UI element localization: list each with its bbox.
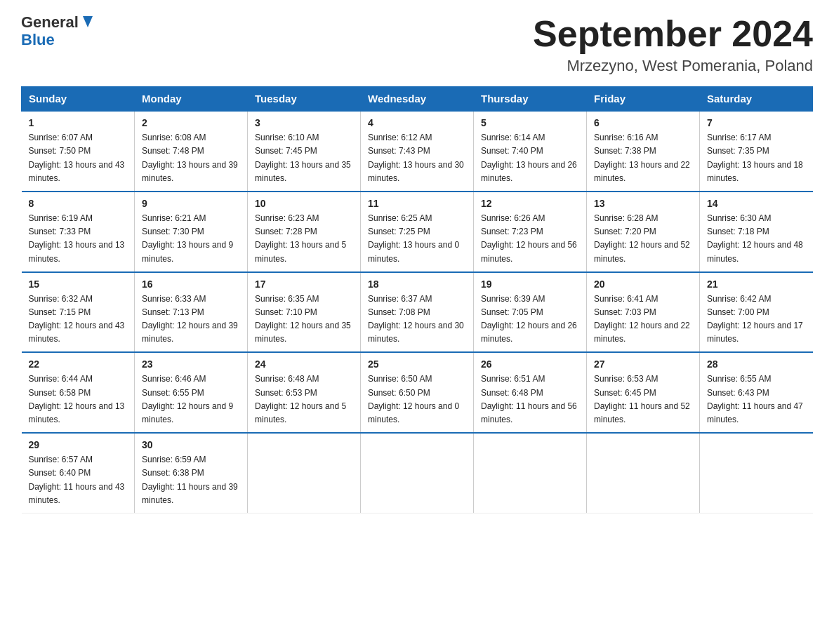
day-number: 11: [368, 198, 466, 209]
calendar-day-cell: 29 Sunrise: 6:57 AM Sunset: 6:40 PM Dayl…: [22, 433, 135, 513]
day-number: 4: [368, 117, 466, 128]
day-number: 10: [255, 198, 353, 209]
day-number: 16: [142, 279, 240, 290]
day-number: 30: [142, 439, 240, 450]
calendar-day-cell: 26 Sunrise: 6:51 AM Sunset: 6:48 PM Dayl…: [474, 352, 587, 433]
svg-marker-0: [83, 16, 93, 27]
calendar-day-cell: 17 Sunrise: 6:35 AM Sunset: 7:10 PM Dayl…: [248, 272, 361, 353]
calendar-day-cell: 15 Sunrise: 6:32 AM Sunset: 7:15 PM Dayl…: [22, 272, 135, 353]
calendar-day-cell: 25 Sunrise: 6:50 AM Sunset: 6:50 PM Dayl…: [361, 352, 474, 433]
day-info: Sunrise: 6:46 AM Sunset: 6:55 PM Dayligh…: [142, 373, 240, 427]
day-info: Sunrise: 6:33 AM Sunset: 7:13 PM Dayligh…: [142, 293, 240, 347]
day-number: 2: [142, 117, 240, 128]
calendar-day-cell: 9 Sunrise: 6:21 AM Sunset: 7:30 PM Dayli…: [135, 192, 248, 272]
day-info: Sunrise: 6:48 AM Sunset: 6:53 PM Dayligh…: [255, 373, 353, 427]
calendar-day-cell: 14 Sunrise: 6:30 AM Sunset: 7:18 PM Dayl…: [700, 192, 813, 272]
calendar-day-cell: 4 Sunrise: 6:12 AM Sunset: 7:43 PM Dayli…: [361, 111, 474, 192]
calendar-day-cell: 18 Sunrise: 6:37 AM Sunset: 7:08 PM Dayl…: [361, 272, 474, 353]
day-info: Sunrise: 6:12 AM Sunset: 7:43 PM Dayligh…: [368, 131, 466, 185]
day-number: 28: [707, 358, 806, 370]
day-info: Sunrise: 6:14 AM Sunset: 7:40 PM Dayligh…: [481, 131, 579, 185]
calendar-week-row: 29 Sunrise: 6:57 AM Sunset: 6:40 PM Dayl…: [22, 433, 813, 513]
calendar-day-cell: [700, 433, 813, 513]
day-number: 25: [368, 358, 466, 370]
day-number: 15: [29, 279, 128, 290]
day-info: Sunrise: 6:17 AM Sunset: 7:35 PM Dayligh…: [707, 131, 806, 185]
calendar-day-cell: 28 Sunrise: 6:55 AM Sunset: 6:43 PM Dayl…: [700, 352, 813, 433]
logo: General Blue: [21, 14, 95, 49]
day-info: Sunrise: 6:32 AM Sunset: 7:15 PM Dayligh…: [29, 293, 128, 347]
day-number: 19: [481, 279, 579, 290]
calendar-day-cell: 8 Sunrise: 6:19 AM Sunset: 7:33 PM Dayli…: [22, 192, 135, 272]
weekday-header-row: SundayMondayTuesdayWednesdayThursdayFrid…: [22, 87, 813, 112]
page-header: General Blue September 2024 Mrzezyno, We…: [21, 14, 813, 75]
day-number: 29: [29, 439, 128, 450]
weekday-header-sunday: Sunday: [22, 87, 135, 112]
weekday-header-saturday: Saturday: [700, 87, 813, 112]
day-number: 23: [142, 358, 240, 370]
day-info: Sunrise: 6:07 AM Sunset: 7:50 PM Dayligh…: [29, 131, 128, 185]
day-info: Sunrise: 6:35 AM Sunset: 7:10 PM Dayligh…: [255, 293, 353, 347]
day-number: 9: [142, 198, 240, 209]
location-title: Mrzezyno, West Pomerania, Poland: [533, 57, 813, 75]
calendar-day-cell: [361, 433, 474, 513]
calendar-day-cell: 16 Sunrise: 6:33 AM Sunset: 7:13 PM Dayl…: [135, 272, 248, 353]
weekday-header-monday: Monday: [135, 87, 248, 112]
day-number: 20: [594, 279, 692, 290]
day-info: Sunrise: 6:19 AM Sunset: 7:33 PM Dayligh…: [29, 212, 128, 266]
month-title: September 2024: [533, 14, 813, 54]
day-number: 17: [255, 279, 353, 290]
calendar-day-cell: 30 Sunrise: 6:59 AM Sunset: 6:38 PM Dayl…: [135, 433, 248, 513]
day-info: Sunrise: 6:16 AM Sunset: 7:38 PM Dayligh…: [594, 131, 692, 185]
day-number: 5: [481, 117, 579, 128]
day-number: 7: [707, 117, 806, 128]
day-info: Sunrise: 6:30 AM Sunset: 7:18 PM Dayligh…: [707, 212, 806, 266]
calendar-day-cell: 11 Sunrise: 6:25 AM Sunset: 7:25 PM Dayl…: [361, 192, 474, 272]
calendar-day-cell: 1 Sunrise: 6:07 AM Sunset: 7:50 PM Dayli…: [22, 111, 135, 192]
day-number: 3: [255, 117, 353, 128]
weekday-header-wednesday: Wednesday: [361, 87, 474, 112]
title-block: September 2024 Mrzezyno, West Pomerania,…: [533, 14, 813, 75]
day-info: Sunrise: 6:39 AM Sunset: 7:05 PM Dayligh…: [481, 293, 579, 347]
calendar-day-cell: 6 Sunrise: 6:16 AM Sunset: 7:38 PM Dayli…: [587, 111, 700, 192]
day-info: Sunrise: 6:23 AM Sunset: 7:28 PM Dayligh…: [255, 212, 353, 266]
day-info: Sunrise: 6:25 AM Sunset: 7:25 PM Dayligh…: [368, 212, 466, 266]
day-number: 13: [594, 198, 692, 209]
day-info: Sunrise: 6:37 AM Sunset: 7:08 PM Dayligh…: [368, 293, 466, 347]
day-info: Sunrise: 6:10 AM Sunset: 7:45 PM Dayligh…: [255, 131, 353, 185]
calendar-day-cell: [587, 433, 700, 513]
day-number: 12: [481, 198, 579, 209]
day-number: 24: [255, 358, 353, 370]
calendar-day-cell: 2 Sunrise: 6:08 AM Sunset: 7:48 PM Dayli…: [135, 111, 248, 192]
calendar-week-row: 15 Sunrise: 6:32 AM Sunset: 7:15 PM Dayl…: [22, 272, 813, 353]
calendar-day-cell: 23 Sunrise: 6:46 AM Sunset: 6:55 PM Dayl…: [135, 352, 248, 433]
calendar-day-cell: 12 Sunrise: 6:26 AM Sunset: 7:23 PM Dayl…: [474, 192, 587, 272]
day-number: 8: [29, 198, 128, 209]
day-info: Sunrise: 6:26 AM Sunset: 7:23 PM Dayligh…: [481, 212, 579, 266]
calendar-day-cell: 24 Sunrise: 6:48 AM Sunset: 6:53 PM Dayl…: [248, 352, 361, 433]
calendar-day-cell: 21 Sunrise: 6:42 AM Sunset: 7:00 PM Dayl…: [700, 272, 813, 353]
calendar-day-cell: 7 Sunrise: 6:17 AM Sunset: 7:35 PM Dayli…: [700, 111, 813, 192]
day-number: 1: [29, 117, 128, 128]
calendar-day-cell: [474, 433, 587, 513]
calendar-day-cell: 19 Sunrise: 6:39 AM Sunset: 7:05 PM Dayl…: [474, 272, 587, 353]
calendar-week-row: 22 Sunrise: 6:44 AM Sunset: 6:58 PM Dayl…: [22, 352, 813, 433]
logo-arrow-icon: [80, 15, 95, 30]
calendar-day-cell: 13 Sunrise: 6:28 AM Sunset: 7:20 PM Dayl…: [587, 192, 700, 272]
day-number: 22: [29, 358, 128, 370]
day-number: 6: [594, 117, 692, 128]
calendar-day-cell: [248, 433, 361, 513]
calendar-week-row: 1 Sunrise: 6:07 AM Sunset: 7:50 PM Dayli…: [22, 111, 813, 192]
weekday-header-tuesday: Tuesday: [248, 87, 361, 112]
day-info: Sunrise: 6:08 AM Sunset: 7:48 PM Dayligh…: [142, 131, 240, 185]
day-info: Sunrise: 6:44 AM Sunset: 6:58 PM Dayligh…: [29, 373, 128, 427]
day-info: Sunrise: 6:21 AM Sunset: 7:30 PM Dayligh…: [142, 212, 240, 266]
day-number: 14: [707, 198, 806, 209]
logo-text-general: General: [21, 14, 79, 31]
day-info: Sunrise: 6:28 AM Sunset: 7:20 PM Dayligh…: [594, 212, 692, 266]
day-number: 21: [707, 279, 806, 290]
day-info: Sunrise: 6:59 AM Sunset: 6:38 PM Dayligh…: [142, 453, 240, 507]
day-info: Sunrise: 6:41 AM Sunset: 7:03 PM Dayligh…: [594, 293, 692, 347]
day-number: 27: [594, 358, 692, 370]
day-number: 18: [368, 279, 466, 290]
